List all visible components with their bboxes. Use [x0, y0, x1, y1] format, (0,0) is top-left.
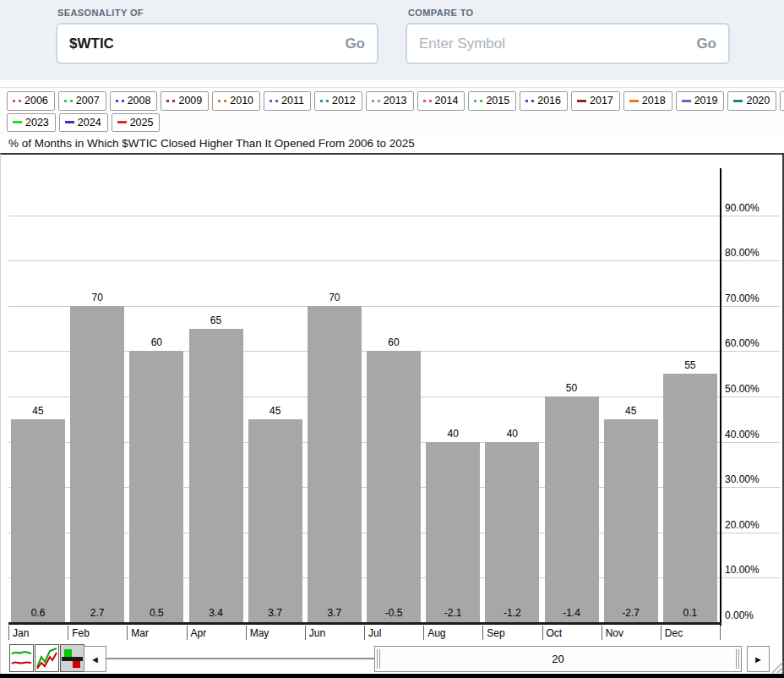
year-toggle-2009[interactable]: 2009	[161, 91, 209, 111]
year-color-marker	[166, 100, 175, 102]
year-color-marker	[116, 100, 124, 102]
scrollbar-thumb[interactable]: 20	[374, 646, 742, 672]
compare-symbol-input[interactable]	[419, 36, 696, 52]
month-tick	[720, 626, 721, 640]
symbol-input-box: Go	[56, 23, 378, 64]
year-label: 2024	[78, 118, 101, 128]
bar-stat-label: 2.7	[70, 607, 124, 619]
year-toggle-2025[interactable]: 2025	[112, 113, 161, 133]
seasonality-of-label: SEASONALITY OF	[57, 8, 144, 18]
bar-Aug[interactable]	[426, 442, 480, 623]
seasonality-widget: SEASONALITY OF Go COMPARE TO Go 20062007…	[0, 0, 784, 678]
bar-Sep[interactable]	[485, 442, 539, 623]
month-tick	[8, 626, 9, 640]
month-tick	[246, 626, 247, 640]
year-color-marker	[423, 100, 432, 102]
year-toggle-2017[interactable]: 2017	[571, 91, 620, 111]
year-color-marker	[13, 121, 22, 123]
bar-value-label: 45	[11, 405, 65, 417]
scrollbar-track[interactable]	[106, 658, 374, 659]
year-color-marker	[117, 121, 127, 123]
bar-stat-label: 0.5	[129, 607, 183, 619]
year-label: 2009	[178, 96, 202, 107]
year-legend-strip: 2006200720082009201020112012201320142015…	[0, 87, 784, 138]
month-label-Nov: Nov	[606, 627, 623, 639]
year-toggle-2023[interactable]: 2023	[7, 113, 56, 133]
bar-Jul[interactable]	[367, 351, 421, 623]
year-label: 2008	[128, 96, 151, 107]
year-toggle-2015[interactable]: 2015	[468, 91, 516, 111]
month-tick	[68, 626, 68, 640]
scrollbar-thumb-right-grip	[736, 649, 739, 669]
bar-stat-label: 3.7	[248, 607, 302, 619]
month-label-Mar: Mar	[131, 627, 149, 639]
bar-Feb[interactable]	[70, 306, 124, 623]
scrollbar-thumb-left-grip	[377, 649, 380, 669]
y-axis-label: 60.00%	[725, 337, 777, 349]
seasonality-bar-chart-icon[interactable]	[60, 644, 84, 672]
year-toggle-2024[interactable]: 2024	[59, 113, 108, 133]
seasonality-line-chart-icon[interactable]	[9, 644, 34, 672]
x-axis-line	[8, 622, 721, 625]
month-label-Jun: Jun	[309, 627, 325, 639]
y-axis-label: 30.00%	[725, 473, 777, 485]
bar-Apr[interactable]	[189, 329, 243, 623]
bar-Oct[interactable]	[545, 396, 599, 623]
month-label-Jul: Jul	[368, 627, 381, 639]
bar-Jun[interactable]	[308, 306, 362, 623]
bar-stat-label: -0.5	[367, 607, 421, 619]
bar-stat-label: -2.7	[604, 607, 658, 619]
month-label-Sep: Sep	[487, 627, 504, 639]
year-toggle-2018[interactable]: 2018	[623, 91, 672, 111]
year-label: 2025	[130, 118, 154, 128]
month-tick	[187, 626, 188, 640]
year-toggle-2019[interactable]: 2019	[676, 91, 725, 111]
scrollbar-left-arrow[interactable]: ◄	[84, 646, 106, 672]
bar-value-label: 70	[308, 292, 362, 303]
month-tick	[423, 626, 424, 640]
year-color-marker	[525, 100, 534, 102]
y-axis-label: 90.00%	[725, 202, 777, 214]
bar-value-label: 45	[248, 405, 302, 417]
bar-Jan[interactable]	[11, 419, 65, 623]
bar-Mar[interactable]	[129, 351, 183, 623]
symbol-go-button[interactable]: Go	[345, 36, 365, 52]
year-label: 2019	[694, 96, 718, 107]
bar-Dec[interactable]	[663, 374, 717, 623]
year-toggle-2007[interactable]: 2007	[58, 91, 106, 111]
month-label-Aug: Aug	[427, 627, 445, 639]
year-toggle-2011[interactable]: 2011	[264, 91, 311, 111]
bar-value-label: 65	[189, 314, 243, 326]
year-toggle-2020[interactable]: 2020	[727, 91, 776, 111]
year-toggle-2013[interactable]: 2013	[366, 91, 414, 111]
month-tick	[602, 626, 602, 640]
bar-May[interactable]	[248, 419, 302, 623]
scrollbar-right-arrow[interactable]: ►	[747, 646, 770, 672]
bar-value-label: 50	[545, 382, 599, 394]
year-toggle-2014[interactable]: 2014	[417, 91, 466, 111]
y-axis-label: 80.00%	[725, 247, 777, 259]
year-toggle-2006[interactable]: 2006	[7, 91, 55, 111]
year-toggle-2016[interactable]: 2016	[520, 91, 568, 111]
year-toggle-2021[interactable]: 2021	[780, 91, 784, 111]
bar-value-label: 70	[70, 292, 124, 303]
month-label-Oct: Oct	[547, 627, 563, 639]
year-toggle-2012[interactable]: 2012	[314, 91, 362, 111]
bar-value-label: 40	[485, 428, 539, 440]
seasonality-cumulative-chart-icon[interactable]	[35, 644, 59, 672]
month-tick	[482, 626, 483, 640]
month-tick	[364, 626, 365, 640]
month-label-Feb: Feb	[72, 627, 90, 639]
year-toggle-2008[interactable]: 2008	[110, 91, 158, 111]
year-color-marker	[733, 100, 743, 102]
bottom-border-bar	[0, 674, 784, 678]
bar-stat-label: -1.2	[485, 607, 539, 619]
y-axis-label: 70.00%	[725, 293, 777, 304]
gridline-90	[8, 216, 780, 216]
symbol-input[interactable]	[69, 36, 345, 52]
bar-Nov[interactable]	[604, 419, 658, 623]
header: SEASONALITY OF Go COMPARE TO Go	[0, 0, 784, 80]
bar-value-label: 55	[663, 359, 717, 371]
year-toggle-2010[interactable]: 2010	[212, 91, 260, 111]
compare-go-button[interactable]: Go	[696, 36, 716, 52]
